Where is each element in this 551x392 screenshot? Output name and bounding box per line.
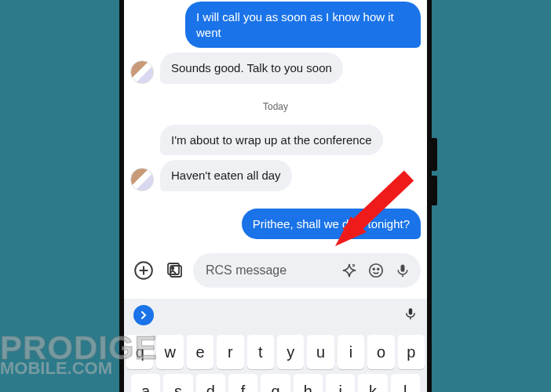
message-input-placeholder: RCS message bbox=[206, 263, 334, 278]
watermark-line1: PRODIGE bbox=[0, 334, 158, 362]
key-k[interactable]: k bbox=[358, 374, 387, 392]
keyboard-mic-icon[interactable] bbox=[403, 307, 418, 324]
key-u[interactable]: u bbox=[307, 335, 334, 369]
keyboard-row-2: a s d f g h j k l bbox=[126, 374, 425, 392]
keyboard-toolbar bbox=[124, 299, 427, 332]
message-bubble: Sounds good. Talk to you soon bbox=[160, 53, 343, 84]
gallery-button[interactable] bbox=[162, 257, 188, 284]
key-i[interactable]: i bbox=[338, 335, 364, 369]
message-bubble: Haven't eaten all day bbox=[160, 160, 292, 191]
day-divider: Today bbox=[130, 101, 421, 112]
key-f[interactable]: f bbox=[228, 374, 257, 392]
key-r[interactable]: r bbox=[217, 335, 243, 369]
magic-compose-button[interactable] bbox=[338, 259, 361, 282]
message-incoming[interactable]: I'm about to wrap up at the conference bbox=[130, 125, 421, 156]
key-t[interactable]: t bbox=[247, 335, 274, 369]
key-o[interactable]: o bbox=[367, 335, 394, 369]
emoji-button[interactable] bbox=[364, 259, 388, 282]
key-d[interactable]: d bbox=[196, 374, 225, 392]
message-incoming[interactable]: Haven't eaten all day bbox=[130, 160, 421, 191]
key-j[interactable]: j bbox=[326, 374, 355, 392]
keyboard-expand-button[interactable] bbox=[133, 305, 154, 325]
message-bubble: Prithee, shall we dine tonight? bbox=[242, 209, 421, 240]
key-e[interactable]: e bbox=[187, 335, 213, 369]
message-bubble: I'm about to wrap up at the conference bbox=[160, 125, 383, 156]
key-h[interactable]: h bbox=[294, 374, 323, 392]
message-incoming[interactable]: Sounds good. Talk to you soon bbox=[130, 53, 421, 84]
composer-bar: RCS message bbox=[124, 244, 427, 299]
key-a[interactable]: a bbox=[131, 374, 160, 392]
svg-point-7 bbox=[373, 268, 374, 270]
svg-point-8 bbox=[378, 268, 379, 270]
key-l[interactable]: l bbox=[391, 374, 420, 392]
keyboard-row-1: q w e r t y u i o p bbox=[126, 335, 425, 369]
key-y[interactable]: y bbox=[277, 335, 304, 369]
key-w[interactable]: w bbox=[156, 335, 183, 369]
phone-side-button bbox=[431, 176, 437, 205]
message-bubble: I will call you as soon as I know how it… bbox=[185, 2, 421, 48]
avatar-spacer bbox=[130, 132, 154, 155]
phone-frame: I will call you as soon as I know how it… bbox=[119, 0, 432, 392]
keyboard[interactable]: q w e r t y u i o p a s d f g h j k l bbox=[124, 332, 427, 392]
voice-message-button[interactable] bbox=[391, 259, 414, 282]
watermark: PRODIGE MOBILE.COM bbox=[0, 334, 158, 376]
svg-point-6 bbox=[370, 264, 383, 278]
avatar[interactable] bbox=[130, 168, 154, 191]
avatar[interactable] bbox=[130, 60, 154, 84]
message-input[interactable]: RCS message bbox=[193, 253, 421, 288]
key-g[interactable]: g bbox=[261, 374, 290, 392]
message-outgoing[interactable]: I will call you as soon as I know how it… bbox=[130, 2, 421, 48]
svg-point-5 bbox=[172, 267, 174, 270]
key-s[interactable]: s bbox=[163, 374, 192, 392]
phone-side-button bbox=[431, 138, 437, 171]
conversation-area: I will call you as soon as I know how it… bbox=[124, 2, 427, 239]
message-outgoing[interactable]: Prithee, shall we dine tonight? bbox=[130, 209, 421, 240]
add-attachment-button[interactable] bbox=[130, 257, 157, 284]
key-p[interactable]: p bbox=[398, 335, 425, 369]
